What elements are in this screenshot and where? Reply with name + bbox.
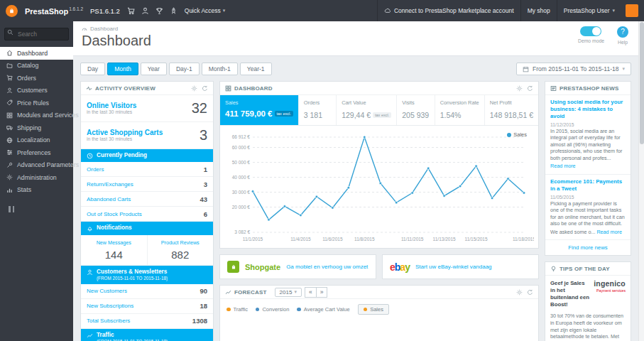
kpi-sales[interactable]: Sales 411 759,00 €tax excl. (220, 95, 299, 125)
page-title: Dashboard (82, 33, 630, 49)
period-month-1-button[interactable]: Month-1 (202, 63, 238, 75)
product-reviews-cell[interactable]: Product Reviews 882 (147, 235, 214, 265)
period-day-1-button[interactable]: Day-1 (169, 63, 200, 75)
gear-icon[interactable] (516, 289, 523, 296)
kpi-conversion-rate[interactable]: Conversion Rate 1.54% (435, 95, 485, 125)
person-icon[interactable] (141, 7, 149, 15)
read-more-link[interactable]: Read more (550, 163, 576, 170)
period-day-button[interactable]: Day (80, 63, 105, 75)
sidebar-collapse-button[interactable] (9, 206, 73, 212)
marketplace-link[interactable]: Connect to PrestaShop Marketplace accoun… (377, 0, 520, 21)
sidebar-item-administration[interactable]: Administration (0, 171, 73, 184)
scrollbar-thumb[interactable] (640, 22, 644, 144)
my-shop-link[interactable]: My shop (520, 0, 557, 21)
sidebar-item-label: Catalog (17, 62, 38, 69)
shopgate-promo[interactable]: Shopgate Ga mobiel en verhoog uw omzet (219, 254, 376, 279)
gear-icon[interactable] (516, 85, 523, 92)
kpi-cart-value[interactable]: Cart Value 129,44 €tax excl. (337, 95, 397, 125)
my-shop-label: My shop (528, 7, 550, 14)
legend-label: Traffic (234, 306, 248, 313)
new-messages-cell[interactable]: New Messages 144 (81, 235, 147, 265)
shop-name[interactable]: PS1.6.1.2 (90, 7, 120, 15)
forecast-year-select[interactable]: 2015▾ (275, 288, 302, 297)
legend-conversion[interactable]: Conversion (256, 306, 289, 313)
shopgate-link[interactable]: Ga mobiel en verhoog uw omzet (286, 264, 368, 270)
avatar[interactable] (626, 4, 638, 17)
rocket-icon[interactable] (170, 7, 178, 15)
article-title-link[interactable]: Using social media for your business: 4 … (550, 99, 626, 120)
legend-sales[interactable]: Sales (358, 304, 389, 315)
sidebar-item-preferences[interactable]: Preferences (0, 146, 73, 159)
find-more-news-link[interactable]: Find more news (545, 240, 631, 255)
scrollbar[interactable] (638, 21, 644, 341)
sidebar-item-modules[interactable]: Modules and Services (0, 109, 73, 122)
pending-returns-row[interactable]: Return/Exchanges3 (81, 177, 213, 192)
sidebar-item-advanced-parameters[interactable]: Advanced Parameters (0, 159, 73, 172)
new-subscriptions-row[interactable]: New Subscriptions18 (81, 299, 213, 314)
cart-icon[interactable] (127, 7, 135, 15)
read-more-link[interactable]: Read more (596, 229, 622, 236)
legend-average-cart-value[interactable]: Average Cart Value (297, 306, 349, 313)
total-subscribers-row[interactable]: Total Subscribers1308 (81, 314, 213, 329)
sidebar: Dashboard Catalog Orders Customers Price… (0, 21, 73, 341)
sidebar-item-localization[interactable]: Localization (0, 134, 73, 147)
cart-icon (6, 75, 13, 81)
active-carts-row[interactable]: Active Shopping Carts in the last 30 min… (81, 122, 213, 149)
sidebar-item-catalog[interactable]: Catalog (0, 60, 73, 72)
sidebar-item-price-rules[interactable]: Price Rules (0, 97, 73, 109)
section-title: Customers & Newsletters (FROM 2015-11-01… (97, 269, 168, 281)
ebay-link[interactable]: Start uw eBay-winkel vandaag (415, 264, 492, 270)
topbar: PrestaShop1.6.1.2 PS1.6.1.2 Quick Access… (0, 0, 644, 21)
prev-year-button[interactable]: « (305, 287, 317, 298)
article-title-link[interactable]: Ecommerce 101: Payments in a Tweet (550, 178, 626, 193)
refresh-icon[interactable] (202, 85, 208, 92)
ebay-promo[interactable]: ebay Start uw eBay-winkel vandaag (382, 254, 539, 279)
period-buttons: Day Month Year Day-1 Month-1 Year-1 (80, 63, 272, 75)
search-input[interactable] (4, 28, 69, 40)
abandoned-carts-row[interactable]: Abandoned Carts43 (81, 192, 213, 207)
refresh-icon[interactable] (527, 289, 533, 296)
user-menu[interactable]: PrestaShop User ▾ (557, 0, 621, 21)
online-visitors-row[interactable]: Online Visitors in the last 30 minutes 3… (81, 95, 213, 122)
pending-orders-row[interactable]: Orders1 (81, 162, 213, 177)
period-year-button[interactable]: Year (141, 63, 167, 75)
gear-icon[interactable] (191, 85, 197, 92)
sidebar-item-dashboard[interactable]: Dashboard (0, 47, 73, 60)
sidebar-item-shipping[interactable]: Shipping (0, 121, 73, 134)
sales-line-chart[interactable]: 66 912 €60 000 €50 000 €40 000 €30 000 €… (223, 130, 534, 244)
grid-icon (225, 85, 231, 92)
sales-chart-area: Sales 66 912 €60 000 €50 000 €40 000 €30… (220, 126, 538, 248)
refresh-icon[interactable] (527, 85, 533, 92)
prestashop-logo[interactable] (6, 5, 18, 17)
kpi-net-profit[interactable]: Net Profit 148 918,51 € (485, 95, 538, 125)
sidebar-item-customers[interactable]: Customers (0, 85, 73, 97)
out-of-stock-row[interactable]: Out of Stock Products6 (81, 207, 213, 222)
sidebar-item-orders[interactable]: Orders (0, 72, 73, 85)
period-year-1-button[interactable]: Year-1 (240, 63, 272, 75)
sidebar-item-label: Orders (17, 75, 36, 82)
trend-icon (87, 332, 93, 339)
panel-tools (516, 289, 533, 296)
forecast-nav: « » (305, 287, 327, 298)
new-customers-row[interactable]: New Customers90 (81, 284, 213, 299)
date-range-picker[interactable]: From 2015-11-01 To 2015-11-18 ▾ (516, 63, 631, 75)
quick-access-menu[interactable]: Quick Access ▾ (185, 7, 226, 14)
sidebar-item-stats[interactable]: Stats (0, 184, 73, 197)
legend-traffic[interactable]: Traffic (227, 306, 248, 313)
help-button[interactable]: ? (617, 26, 628, 38)
svg-text:50 000 €: 50 000 € (232, 160, 251, 165)
trophy-icon[interactable] (155, 7, 163, 15)
cell-label: Product Reviews (149, 239, 212, 246)
article-date: 11/05/2015 (550, 195, 626, 200)
middle-column: DASHBOARD Sales 411 759,00 €tax excl. Or (219, 81, 539, 341)
chart-legend[interactable]: Sales (507, 131, 527, 138)
kpi-orders[interactable]: Orders 3 181 (299, 95, 337, 125)
next-year-button[interactable]: » (317, 287, 328, 298)
svg-text:20 000 €: 20 000 € (232, 205, 251, 210)
modules-grid-icon (6, 112, 13, 119)
demo-mode-toggle[interactable] (580, 26, 601, 36)
sidebar-item-label: Preferences (17, 149, 50, 156)
period-month-button[interactable]: Month (107, 63, 138, 75)
kpi-visits[interactable]: Visits 205 939 (397, 95, 435, 125)
legend-dot-icon (297, 308, 301, 312)
